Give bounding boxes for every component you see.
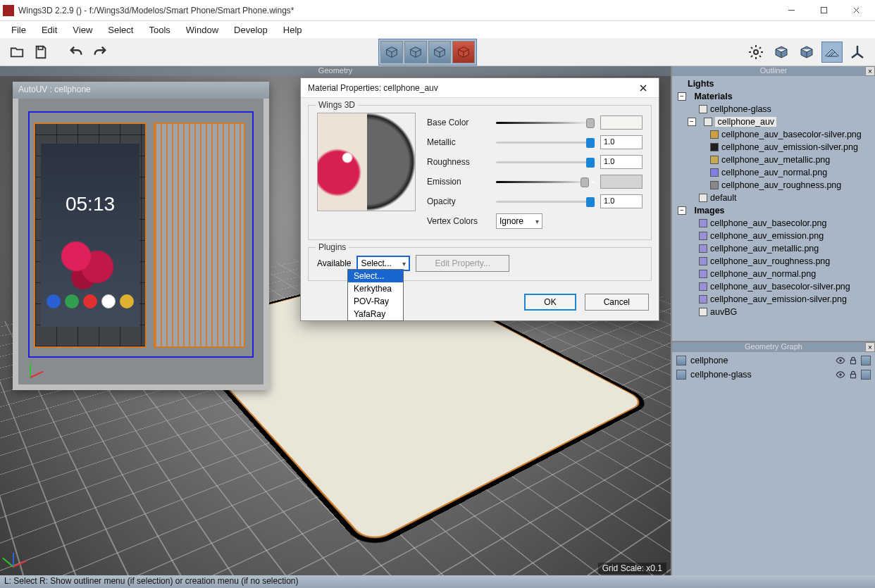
collapse-icon[interactable]: − <box>678 92 686 101</box>
image-icon <box>710 156 719 164</box>
base-color-swatch[interactable] <box>600 115 643 130</box>
dropdown-option-povray[interactable]: POV-Ray <box>348 295 403 308</box>
outliner-img6[interactable]: cellphone_auv_basecolor-silver.png <box>678 280 869 293</box>
outliner-img5[interactable]: cellphone_auv_normal.png <box>678 268 869 280</box>
viewport[interactable]: Geometry Grid Scale: x0.1 AutoUV : cellp… <box>0 66 671 575</box>
uv-island-back <box>154 123 245 348</box>
wire-icon[interactable] <box>861 356 871 365</box>
collapse-icon[interactable]: − <box>688 118 696 126</box>
menu-view[interactable]: View <box>66 23 99 37</box>
geometry-graph-panel: Geometry Graph × cellphone cellphone-gla… <box>671 341 875 575</box>
geograph-row-cellphone[interactable]: cellphone <box>672 354 875 368</box>
collapse-icon[interactable]: − <box>678 206 686 215</box>
roughness-value[interactable]: 1.0 <box>600 155 643 169</box>
svg-rect-5 <box>851 374 856 377</box>
svg-rect-0 <box>821 7 826 13</box>
outliner-header: Outliner <box>672 66 875 76</box>
emission-swatch[interactable] <box>600 175 643 189</box>
opacity-value[interactable]: 1.0 <box>600 194 643 208</box>
outliner-mat-auv[interactable]: − cellphone_auv <box>678 115 869 128</box>
save-icon[interactable] <box>31 42 51 62</box>
outliner-img4[interactable]: cellphone_auv_roughness.png <box>678 255 869 268</box>
outliner-close-button[interactable]: × <box>865 66 875 76</box>
geograph-row-glass[interactable]: cellphone-glass <box>672 368 875 382</box>
edit-property-button[interactable]: Edit Property... <box>416 255 509 272</box>
wire-icon[interactable] <box>861 370 871 380</box>
cancel-button[interactable]: Cancel <box>585 294 649 311</box>
grid-scale-label: Grid Scale: x0.1 <box>598 563 666 574</box>
outliner-img1[interactable]: cellphone_auv_basecolor.png <box>678 217 869 230</box>
emission-slider[interactable] <box>496 177 595 187</box>
outliner-tex5[interactable]: cellphone_auv_roughness.png <box>678 179 869 192</box>
wings3d-legend: Wings 3D <box>316 100 358 110</box>
autouv-title[interactable]: AutoUV : cellphone <box>13 82 269 99</box>
outliner-lights[interactable]: Lights <box>678 77 869 90</box>
menu-edit[interactable]: Edit <box>35 23 64 37</box>
axes-icon[interactable] <box>847 42 868 63</box>
menu-tools[interactable]: Tools <box>142 23 177 37</box>
close-button[interactable] <box>840 0 872 21</box>
eye-icon[interactable] <box>836 370 845 380</box>
outliner-mat-default[interactable]: default <box>678 192 869 204</box>
metallic-value[interactable]: 1.0 <box>600 135 643 149</box>
image-icon <box>710 168 719 177</box>
outliner-img3[interactable]: cellphone_auv_metallic.png <box>678 242 869 255</box>
roughness-slider[interactable] <box>496 157 595 167</box>
menu-help[interactable]: Help <box>276 23 309 37</box>
minimize-button[interactable] <box>775 0 807 21</box>
autouv-panel[interactable]: AutoUV : cellphone 05:13 <box>13 82 269 390</box>
titlebar: Wings3D 2.2.9 () - f:/Wings3d/Modelos/Sm… <box>0 0 875 21</box>
image-icon <box>710 143 719 151</box>
vertex-colors-select[interactable]: Ignore <box>496 213 542 229</box>
body-mode-button[interactable] <box>452 41 475 63</box>
dialog-close-button[interactable] <box>635 80 652 96</box>
outliner-tex2[interactable]: cellphone_auv_emission-silver.png <box>678 141 869 154</box>
eye-icon[interactable] <box>836 356 845 365</box>
undo-icon[interactable] <box>66 42 86 62</box>
maximize-button[interactable] <box>807 0 840 21</box>
wings3d-group: Wings 3D Base Color Metallic 1.0 <box>308 105 652 240</box>
geograph-close-button[interactable]: × <box>865 342 875 352</box>
outliner-tex4[interactable]: cellphone_auv_normal.png <box>678 166 869 179</box>
outliner-materials[interactable]: − Materials <box>678 90 869 103</box>
outliner-img2[interactable]: cellphone_auv_emission.png <box>678 230 869 242</box>
outliner-tex1[interactable]: cellphone_auv_basecolor-silver.png <box>678 128 869 141</box>
face-mode-button[interactable] <box>428 41 451 63</box>
menu-develop[interactable]: Develop <box>227 23 275 37</box>
shading-smooth-icon[interactable] <box>796 42 817 63</box>
geometry-header: Geometry <box>0 66 671 76</box>
base-color-slider[interactable] <box>496 118 595 127</box>
menu-file[interactable]: File <box>4 23 33 37</box>
shading-flat-icon[interactable] <box>771 42 792 63</box>
dropdown-option-kerkythea[interactable]: Kerkythea <box>348 282 403 295</box>
menu-window[interactable]: Window <box>179 23 225 37</box>
dialog-title-text: Material Properties: cellphone_auv <box>308 83 438 93</box>
dialog-titlebar[interactable]: Material Properties: cellphone_auv <box>301 78 659 98</box>
available-dropdown-list: Select... Kerkythea POV-Ray YafaRay <box>347 269 404 321</box>
edge-mode-button[interactable] <box>404 41 427 63</box>
preferences-icon[interactable] <box>745 42 767 63</box>
redo-icon[interactable] <box>90 42 110 62</box>
outliner-images[interactable]: − Images <box>678 204 869 217</box>
open-icon[interactable] <box>7 42 27 62</box>
dropdown-option-select[interactable]: Select... <box>348 270 403 282</box>
emission-label: Emission <box>427 177 490 187</box>
statusbar: L: Select R: Show outliner menu (if sele… <box>0 575 875 588</box>
ok-button[interactable]: OK <box>524 294 576 311</box>
lock-icon[interactable] <box>848 356 858 365</box>
opacity-slider[interactable] <box>496 196 595 206</box>
autouv-canvas[interactable]: 05:13 <box>18 99 263 384</box>
available-label: Available <box>317 258 351 268</box>
vertex-mode-button[interactable] <box>380 41 403 63</box>
ground-plane-icon[interactable] <box>821 42 843 63</box>
outliner-img7[interactable]: cellphone_auv_emission-silver.png <box>678 293 869 306</box>
dropdown-option-yafaray[interactable]: YafaRay <box>348 308 403 320</box>
outliner-img8[interactable]: auvBG <box>678 306 869 318</box>
image-icon <box>710 130 719 139</box>
outliner-tex3[interactable]: cellphone_auv_metallic.png <box>678 154 869 166</box>
metallic-label: Metallic <box>427 137 490 147</box>
lock-icon[interactable] <box>848 370 858 380</box>
menu-select[interactable]: Select <box>101 23 140 37</box>
metallic-slider[interactable] <box>496 137 595 147</box>
outliner-mat-glass[interactable]: cellphone-glass <box>678 103 869 115</box>
